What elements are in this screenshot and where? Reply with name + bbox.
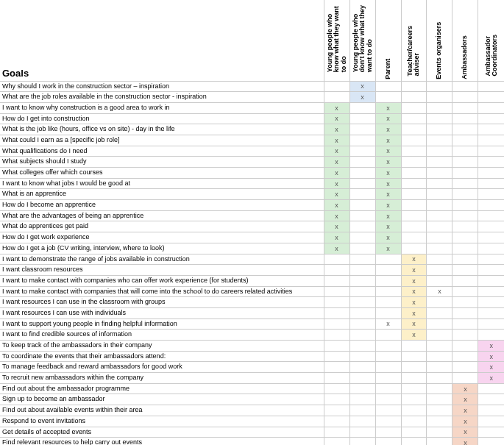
table-row: What is an apprenticexx [0, 189, 504, 200]
matrix-cell [349, 297, 375, 308]
matrix-cell [452, 92, 478, 103]
matrix-cell [401, 113, 427, 124]
matrix-cell [324, 318, 349, 330]
matrix-cell [324, 362, 349, 373]
matrix-cell [401, 81, 427, 92]
matrix-cell [349, 168, 375, 179]
matrix-cell [349, 113, 375, 124]
matrix-cell [375, 416, 401, 427]
goal-label: I want resources I can use with individu… [0, 307, 324, 318]
matrix-cell: x [324, 210, 349, 221]
matrix-cell [452, 189, 478, 200]
matrix-cell [452, 146, 478, 157]
goal-label: I want to find credible sources of infor… [0, 330, 324, 341]
matrix-cell: x [478, 362, 504, 373]
table-row: To manage feedback and reward ambassador… [0, 362, 504, 373]
matrix-cell [478, 113, 504, 124]
header-row: Goals Young people who know what they wa… [0, 0, 504, 81]
matrix-cell [452, 341, 478, 352]
matrix-cell [401, 168, 427, 179]
matrix-cell: x [427, 286, 452, 297]
matrix-cell [478, 383, 504, 394]
matrix-cell [349, 178, 375, 189]
matrix-cell [427, 221, 452, 232]
matrix-cell: x [401, 254, 427, 265]
matrix-cell: x [375, 178, 401, 189]
table-row: Find out about the ambassador programmex [0, 383, 504, 394]
matrix-cell [478, 178, 504, 189]
matrix-cell [427, 427, 452, 438]
table-row: What is the job like (hours, office vs o… [0, 124, 504, 135]
goals-matrix-table: Goals Young people who know what they wa… [0, 0, 504, 445]
matrix-cell [401, 146, 427, 157]
matrix-cell [427, 405, 452, 416]
table-row: Sign up to become an ambassadorx [0, 394, 504, 405]
matrix-cell [401, 178, 427, 189]
matrix-cell [478, 416, 504, 427]
matrix-cell [478, 254, 504, 265]
goal-label: I want to support young people in findin… [0, 318, 324, 330]
goal-label: How do I get work experience [0, 232, 324, 243]
matrix-cell [478, 265, 504, 276]
goal-label: I want to know why construction is a goo… [0, 102, 324, 113]
matrix-cell: x [452, 383, 478, 394]
goal-label: Find relevant resources to help carry ou… [0, 438, 324, 445]
matrix-cell [478, 427, 504, 438]
matrix-cell [478, 81, 504, 92]
matrix-cell [324, 92, 349, 103]
matrix-cell [349, 210, 375, 221]
matrix-cell [401, 124, 427, 135]
matrix-cell [478, 232, 504, 243]
matrix-cell [427, 275, 452, 286]
matrix-cell: x [349, 92, 375, 103]
table-row: Get details of accepted eventsx [0, 427, 504, 438]
matrix-cell [324, 351, 349, 362]
matrix-cell: x [375, 157, 401, 168]
table-row: I want resources I can use in the classr… [0, 297, 504, 308]
matrix-cell [349, 135, 375, 146]
matrix-cell [427, 341, 452, 352]
matrix-cell: x [375, 232, 401, 243]
table-row: Find out about available events within t… [0, 405, 504, 416]
matrix-cell [349, 416, 375, 427]
table-row: What colleges offer which coursesxx [0, 168, 504, 179]
table-row: To keep track of the ambassadors in thei… [0, 341, 504, 352]
matrix-cell [401, 438, 427, 445]
matrix-cell [452, 243, 478, 254]
matrix-cell [375, 438, 401, 445]
matrix-cell [427, 243, 452, 254]
goal-label: To keep track of the ambassadors in thei… [0, 341, 324, 352]
table-row: I want classroom resourcesx [0, 265, 504, 276]
audience-header-events: Events organisers [427, 0, 452, 81]
matrix-cell [452, 157, 478, 168]
matrix-cell [452, 275, 478, 286]
table-row: Respond to event invitationsx [0, 416, 504, 427]
matrix-cell: x [478, 351, 504, 362]
matrix-cell [478, 124, 504, 135]
matrix-cell [401, 427, 427, 438]
matrix-cell: x [375, 168, 401, 179]
matrix-cell: x [478, 373, 504, 384]
matrix-cell [427, 307, 452, 318]
matrix-cell [427, 92, 452, 103]
matrix-cell [349, 383, 375, 394]
matrix-cell [349, 394, 375, 405]
goal-label: How do I become an apprentice [0, 200, 324, 211]
matrix-cell [349, 318, 375, 330]
matrix-cell [349, 351, 375, 362]
matrix-cell [427, 383, 452, 394]
matrix-cell: x [401, 330, 427, 341]
matrix-cell [452, 210, 478, 221]
matrix-cell [452, 297, 478, 308]
matrix-cell [452, 351, 478, 362]
goal-label: I want to demonstrate the range of jobs … [0, 254, 324, 265]
audience-header-ambcoord: Ambassador Coordinators [478, 0, 504, 81]
table-row: I want to know what jobs I would be good… [0, 178, 504, 189]
matrix-cell [427, 189, 452, 200]
matrix-cell [401, 405, 427, 416]
table-row: I want to make contact with companies th… [0, 286, 504, 297]
goal-label: I want classroom resources [0, 265, 324, 276]
matrix-cell [324, 438, 349, 445]
matrix-cell [452, 373, 478, 384]
matrix-cell [349, 254, 375, 265]
